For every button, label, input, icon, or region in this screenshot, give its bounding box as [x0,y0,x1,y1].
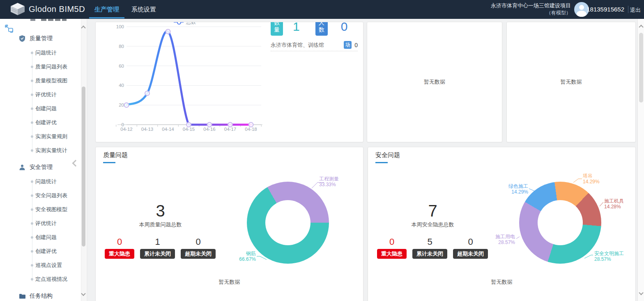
menu-safety-issue-stats[interactable]: 问题统计 [0,175,80,189]
svg-text:04-15: 04-15 [183,127,195,132]
quality-total-value: 3 [96,201,225,220]
venue-row[interactable]: 永济市体育馆、训练馆 场 0 [271,41,358,49]
venue-name: 永济市体育馆、训练馆 [271,41,344,49]
quality-stat-badges: 0 重大隐患 1 累计未关闭 0 超期未关闭 [105,237,216,259]
major-hazard-badge: 重大隐患 [377,249,407,259]
safety-no-data-text: 暂无数据 [368,278,635,286]
logout-button[interactable]: 退出 [630,7,641,14]
tab-production[interactable]: 生产管理 [89,0,124,19]
stat-major-hazard: 0 重大隐患 [105,237,134,259]
menu-safety-create-issue[interactable]: 创建问题 [0,230,80,244]
unclosed-total-badge: 累计未关闭 [140,249,175,259]
project-name: 永济市体育中心一场三馆建设项目 [491,2,571,9]
safety-total-value: 7 [368,201,497,220]
menu-quality-award-stats[interactable]: 评优统计 [0,88,80,102]
page-scroll-up-icon[interactable] [639,25,643,29]
pie-label-safe-civilized-construction: 安全文明施工28.57% [594,251,624,262]
title-underline [375,162,388,163]
sidebar: 质量管理 问题统计 质量问题列表 质量模型视图 评优统计 创建问题 创建评优 实… [0,19,87,301]
empty-data-card-1: 暂无数据 [367,22,502,142]
overview-card: 总数 02040608010004-1204-1304-1404-1504-16… [95,22,363,142]
page-scrollbar-thumb[interactable] [639,33,643,103]
quality-donut-chart [247,182,329,264]
safety-stat-badges: 0 重大隐患 5 累计未关闭 0 超期未关闭 [377,237,488,259]
quality-panel-title: 质量问题 [103,151,128,159]
safety-donut-chart [519,182,601,264]
brand-title: Glodon BIM5D [29,5,85,14]
tab-settings[interactable]: 系统设置 [131,0,157,19]
menu-patrol-point-setting[interactable]: 巡视点设置 [0,258,80,272]
menu-safety-model-view[interactable]: 安全视图模型 [0,203,80,217]
menu-measure-stats[interactable]: 实测实量统计 [0,144,80,157]
menu-safety-create-award[interactable]: 创建评优 [0,244,80,258]
unclosed-total-badge: 累计未关闭 [412,249,447,259]
menu-measure-rules[interactable]: 实测实量规则 [0,130,80,144]
overview-stats: 数量 1 人数 0 [271,22,358,36]
person-icon [19,164,25,171]
stat-major-hazard: 0 重大隐患 [377,237,407,259]
menu-safety-issue-list[interactable]: 安全问题列表 [0,189,80,203]
user-phone: 18135915652 [586,6,624,13]
venue-badge: 场 [344,41,352,49]
pie-label-rebar: 钢筋66.67% [215,251,256,262]
sidebar-menu: 质量管理 问题统计 质量问题列表 质量模型视图 评优统计 创建问题 创建评优 实… [0,31,80,301]
page-scrollbar[interactable] [637,19,644,301]
safety-total-block: 7 本周安全隐患总数 [368,201,497,228]
sidebar-section-safety[interactable]: 安全管理 [0,160,80,175]
shield-check-icon [19,35,25,42]
glodon-cube-icon [11,3,25,15]
safety-issues-panel: 安全问题 7 本周安全隐患总数 0 重大隐患 5 累计未关闭 0 超期未关闭 [368,147,636,301]
page-scroll-down-icon[interactable] [639,291,643,294]
project-model-status: （有模型） [491,9,571,16]
svg-text:04-12: 04-12 [120,127,132,132]
menu-quality-issue-stats[interactable]: 问题统计 [0,46,80,60]
title-underline [103,162,115,163]
safety-total-label: 本周安全隐患总数 [368,221,497,228]
stat-overdue-unclosed: 0 超期未关闭 [181,237,216,259]
trend-line-chart: 02040608010004-1204-1304-1404-1504-1604-… [111,22,263,132]
sidebar-section-task-structure[interactable]: 任务结构 [0,289,80,301]
menu-quality-model-view[interactable]: 质量模型视图 [0,74,80,88]
menu-safety-award-stats[interactable]: 评优统计 [0,217,80,230]
no-data-text: 暂无数据 [424,78,445,86]
quantity-value: 1 [293,22,300,36]
svg-text:04-17: 04-17 [224,127,236,132]
brand: Glodon BIM5D [11,3,85,15]
svg-text:04-16: 04-16 [203,127,215,132]
sidebar-section-quality[interactable]: 质量管理 [0,31,80,46]
sidebar-scroll-down-icon[interactable] [82,292,85,295]
quality-total-label: 本周质量问题总数 [96,221,225,228]
project-info: 永济市体育中心一场三馆建设项目 （有模型） [491,2,571,16]
svg-text:80: 80 [119,44,124,49]
pie-label-engineering-survey: 工程测量33.33% [319,176,339,187]
sidebar-scrollbar[interactable] [81,19,86,301]
pie-label-construction-electricity: 施工用电28.57% [474,234,515,245]
dotted-divider [271,51,358,51]
folder-icon [19,294,25,299]
header-divider [628,6,628,13]
sidebar-collapse-icon[interactable] [73,158,80,169]
top-navbar: Glodon BIM5D 生产管理 系统设置 永济市体育中心一场三馆建设项目 （… [0,0,644,19]
svg-text:04-18: 04-18 [245,127,257,132]
quality-no-data-text: 暂无数据 [96,278,363,286]
active-tab-indicator [89,17,124,18]
svg-text:04-13: 04-13 [141,127,153,132]
quality-issues-panel: 质量问题 3 本周质量问题总数 0 重大隐患 1 累计未关闭 0 超期未关闭 [95,147,363,301]
svg-text:40: 40 [119,83,124,88]
svg-text:04-14: 04-14 [162,127,174,132]
stat-unclosed-total: 1 累计未关闭 [140,237,175,259]
menu-quality-create-award[interactable]: 创建评优 [0,116,80,130]
menu-quality-create-issue[interactable]: 创建问题 [0,102,80,116]
safety-submenu: 问题统计 安全问题列表 安全视图模型 评优统计 创建问题 创建评优 巡视点设置 … [0,175,80,286]
menu-quality-issue-list[interactable]: 质量问题列表 [0,60,80,74]
svg-text:20: 20 [119,103,124,107]
quality-total-block: 3 本周质量问题总数 [96,201,225,228]
quality-submenu: 问题统计 质量问题列表 质量模型视图 评优统计 创建问题 创建评优 实测实量规则… [0,46,80,157]
menu-fixed-patrol-status[interactable]: 定点巡视情况 [0,272,80,286]
svg-text:60: 60 [119,64,124,68]
major-hazard-badge: 重大隐患 [105,249,134,259]
people-value: 0 [341,22,348,36]
sidebar-scroll-up-icon[interactable] [82,26,85,30]
sidebar-scrollbar-thumb[interactable] [82,87,85,246]
stat-unclosed-total: 5 累计未关闭 [412,237,447,259]
